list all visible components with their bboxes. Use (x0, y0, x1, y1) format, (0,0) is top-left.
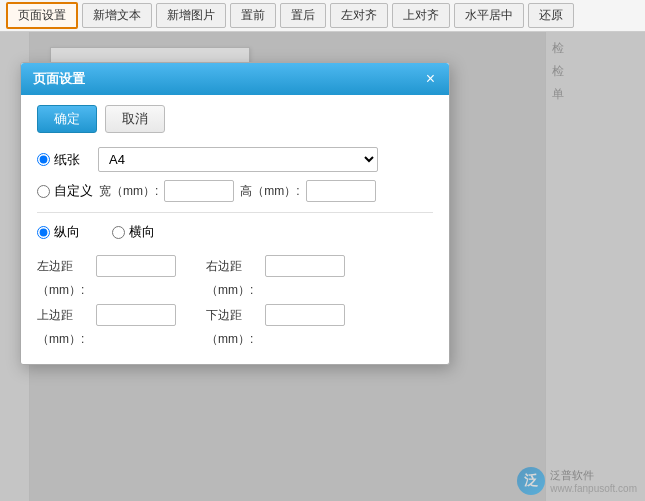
dialog-close-button[interactable]: × (424, 71, 437, 87)
bottom-margin-row: 下边距 (206, 304, 345, 326)
dialog-body: 确定 取消 纸张 A4 A3 B5 Letter (21, 95, 449, 364)
left-margin-group: 左边距 （mm）: 上边距 （mm）: (37, 255, 176, 348)
paper-label: 纸张 (54, 151, 80, 169)
portrait-radio-label[interactable]: 纵向 (37, 223, 92, 241)
left-unit-label: （mm）: (37, 282, 92, 299)
divider-1 (37, 212, 433, 213)
cancel-button[interactable]: 取消 (105, 105, 165, 133)
left-margin-row: 左边距 (37, 255, 176, 277)
width-input[interactable] (164, 180, 234, 202)
toolbar: 页面设置 新增文本 新增图片 置前 置后 左对齐 上对齐 水平居中 还原 (0, 0, 645, 32)
top-margin-label: 上边距 (37, 307, 92, 324)
top-unit-row: （mm）: (37, 331, 176, 348)
left-margin-label: 左边距 (37, 258, 92, 275)
bottom-unit-row: （mm）: (206, 331, 345, 348)
paper-row: 纸张 A4 A3 B5 Letter (37, 147, 433, 172)
custom-radio-label[interactable]: 自定义 (37, 182, 93, 200)
margins-section: 左边距 （mm）: 上边距 （mm）: (37, 255, 433, 348)
toolbar-btn-align-left[interactable]: 左对齐 (330, 3, 388, 28)
dialog-header: 页面设置 × (21, 63, 449, 95)
dialog-title: 页面设置 (33, 70, 85, 88)
custom-size-row: 自定义 宽（mm）: 高（mm）: (37, 180, 433, 202)
paper-radio[interactable] (37, 153, 50, 166)
left-unit-row: （mm）: (37, 282, 176, 299)
bottom-margin-label: 下边距 (206, 307, 261, 324)
paper-select[interactable]: A4 A3 B5 Letter (98, 147, 378, 172)
toolbar-btn-align-top[interactable]: 上对齐 (392, 3, 450, 28)
paper-radio-label[interactable]: 纸张 (37, 151, 92, 169)
orientation-row: 纵向 横向 (37, 223, 433, 241)
custom-label: 自定义 (54, 182, 93, 200)
portrait-label: 纵向 (54, 223, 80, 241)
toolbar-btn-add-text[interactable]: 新增文本 (82, 3, 152, 28)
landscape-radio[interactable] (112, 226, 125, 239)
confirm-button[interactable]: 确定 (37, 105, 97, 133)
right-unit-label: （mm）: (206, 282, 261, 299)
custom-radio[interactable] (37, 185, 50, 198)
top-margin-input[interactable] (96, 304, 176, 326)
toolbar-btn-center-h[interactable]: 水平居中 (454, 3, 524, 28)
right-margin-group: 右边距 （mm）: 下边距 （mm）: (206, 255, 345, 348)
right-margin-input[interactable] (265, 255, 345, 277)
right-unit-row: （mm）: (206, 282, 345, 299)
landscape-label: 横向 (129, 223, 155, 241)
bottom-margin-input[interactable] (265, 304, 345, 326)
toolbar-btn-send-back[interactable]: 置后 (280, 3, 326, 28)
portrait-radio[interactable] (37, 226, 50, 239)
toolbar-btn-page-setup[interactable]: 页面设置 (6, 2, 78, 29)
toolbar-btn-reset[interactable]: 还原 (528, 3, 574, 28)
right-margin-label: 右边距 (206, 258, 261, 275)
toolbar-btn-bring-front[interactable]: 置前 (230, 3, 276, 28)
bottom-unit-label: （mm）: (206, 331, 261, 348)
width-label: 宽（mm）: (99, 183, 158, 200)
top-margin-row: 上边距 (37, 304, 176, 326)
height-label: 高（mm）: (240, 183, 299, 200)
height-input[interactable] (306, 180, 376, 202)
left-margin-input[interactable] (96, 255, 176, 277)
action-buttons: 确定 取消 (37, 105, 433, 133)
landscape-radio-label[interactable]: 横向 (112, 223, 167, 241)
main-area: 检 检 单 页面设置 × 确定 取消 纸张 A4 A3 (0, 32, 645, 501)
toolbar-btn-add-image[interactable]: 新增图片 (156, 3, 226, 28)
top-unit-label: （mm）: (37, 331, 92, 348)
page-setup-dialog: 页面设置 × 确定 取消 纸张 A4 A3 B5 Letter (20, 62, 450, 365)
right-margin-row: 右边距 (206, 255, 345, 277)
